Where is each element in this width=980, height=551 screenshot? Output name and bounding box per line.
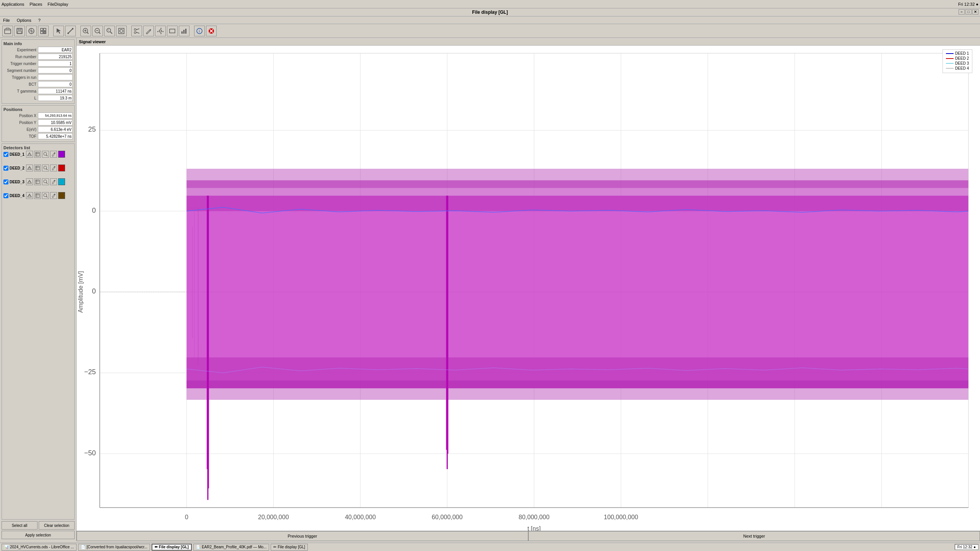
close-button[interactable]: ✕ bbox=[972, 9, 978, 15]
svg-point-63 bbox=[44, 194, 47, 197]
deed4-checkbox[interactable] bbox=[3, 193, 8, 198]
taskbar-btn-5[interactable]: ✏ File display [GL] bbox=[271, 544, 308, 551]
stop-button[interactable] bbox=[206, 26, 217, 36]
deed2-zoom-btn[interactable] bbox=[42, 165, 49, 171]
settings-button[interactable] bbox=[155, 26, 166, 36]
positions-title: Positions bbox=[3, 107, 73, 112]
menu-options[interactable]: Options bbox=[15, 18, 33, 23]
system-clock-area: Fri 12:32 ● bbox=[958, 2, 978, 7]
maximize-button[interactable]: □ bbox=[965, 9, 972, 15]
deed4-zoom-btn[interactable] bbox=[42, 192, 49, 199]
segment-number-value: 0 bbox=[38, 67, 73, 73]
deed1-zoom-btn[interactable] bbox=[42, 151, 49, 158]
svg-text:−25: −25 bbox=[84, 368, 96, 376]
deed2-settings-btn[interactable] bbox=[26, 165, 33, 171]
menu-help[interactable]: ? bbox=[37, 18, 42, 23]
deed2-pen-btn[interactable] bbox=[50, 165, 57, 171]
menu-file[interactable]: File bbox=[2, 18, 11, 23]
deed4-settings-btn[interactable] bbox=[26, 192, 33, 199]
clear-selection-button[interactable]: Clear selection bbox=[39, 521, 75, 530]
zoom-reset-button[interactable] bbox=[116, 26, 127, 36]
main-info-box: Main info Experiment EAR2 Run number 219… bbox=[2, 39, 75, 104]
deed1-checkbox[interactable] bbox=[3, 152, 8, 157]
position-y-label: Position Y bbox=[3, 121, 38, 125]
save-button[interactable] bbox=[14, 26, 25, 36]
prev-trigger-button[interactable]: Previous trigger bbox=[77, 531, 528, 541]
svg-rect-2 bbox=[18, 28, 21, 30]
taskbar-btn-1[interactable]: 📊 2024_HVCurrents.ods - LibreOffice ... bbox=[2, 544, 77, 551]
svg-line-46 bbox=[46, 155, 47, 156]
deed3-pen-btn[interactable] bbox=[50, 178, 57, 185]
apply-selection-button[interactable]: Apply selection bbox=[2, 531, 75, 539]
svg-rect-48 bbox=[36, 166, 39, 170]
deed1-pen-btn[interactable] bbox=[50, 151, 57, 158]
deed2-legend-label: DEED 2 bbox=[955, 56, 969, 60]
deed1-edit-btn[interactable] bbox=[34, 151, 41, 158]
taskbar-btn-2[interactable]: 📄 [Converted from /qualiacspool/wcr... bbox=[78, 544, 150, 551]
deed3-zoom-btn[interactable] bbox=[42, 178, 49, 185]
places-menu[interactable]: Places bbox=[29, 2, 42, 7]
filter-button[interactable] bbox=[26, 26, 37, 36]
deed3-edit-btn[interactable] bbox=[34, 178, 41, 185]
svg-rect-11 bbox=[44, 31, 46, 34]
legend-deed3: DEED 3 bbox=[946, 61, 969, 65]
zoom-custom-button[interactable]: ? bbox=[104, 26, 115, 36]
deed2-checkbox[interactable] bbox=[3, 166, 8, 171]
taskbar-btn-3[interactable]: ✏ File display [GL] bbox=[152, 544, 192, 551]
bottom-buttons: Select all Clear selection Apply selecti… bbox=[2, 521, 75, 539]
deed1-settings-btn[interactable] bbox=[26, 151, 33, 158]
svg-point-26 bbox=[120, 29, 123, 33]
legend-deed1: DEED 1 bbox=[946, 51, 969, 55]
svg-rect-99 bbox=[186, 169, 968, 188]
tof-row: TOF 5.42828e+7 ns bbox=[3, 133, 73, 139]
svg-line-16 bbox=[87, 32, 89, 34]
segment-number-row: Segment number 0 bbox=[3, 67, 73, 73]
taskbar-label-4: EAR2_Beam_Profile_40K.pdf — Mo... bbox=[202, 545, 267, 549]
svg-rect-34 bbox=[183, 30, 185, 34]
triggers-in-run-label: Triggers in run bbox=[3, 75, 38, 80]
deed1-legend-label: DEED 1 bbox=[955, 51, 969, 55]
svg-rect-3 bbox=[18, 31, 21, 33]
histogram-button[interactable] bbox=[179, 26, 189, 36]
experiment-row: Experiment EAR2 bbox=[3, 47, 73, 53]
deed2-edit-btn[interactable] bbox=[34, 165, 41, 171]
open-file-button[interactable] bbox=[2, 26, 13, 36]
system-clock: Fri 12:32 ● bbox=[958, 2, 978, 7]
select-all-button[interactable]: Select all bbox=[2, 521, 38, 530]
scissors-button[interactable] bbox=[131, 26, 142, 36]
deed4-color[interactable] bbox=[58, 192, 65, 199]
filedisplay-menu[interactable]: FileDisplay bbox=[47, 2, 68, 7]
deed4-edit-btn[interactable] bbox=[34, 192, 41, 199]
l-label: L bbox=[3, 96, 38, 100]
cursor-button[interactable] bbox=[53, 26, 64, 36]
svg-text:0: 0 bbox=[92, 287, 96, 295]
deed3-color[interactable] bbox=[58, 178, 65, 185]
signal-chart[interactable]: 25 0 0 −25 −50 Amplitude [mV] 0 20,000,0… bbox=[77, 46, 980, 531]
deed3-checkbox[interactable] bbox=[3, 179, 8, 184]
grid-button[interactable] bbox=[38, 26, 49, 36]
zoom-out-button[interactable] bbox=[92, 26, 103, 36]
chart-area[interactable]: DEED 1 DEED 2 DEED 3 DEED 4 bbox=[77, 46, 980, 531]
svg-text:−50: −50 bbox=[84, 449, 96, 457]
rectangle-button[interactable] bbox=[167, 26, 178, 36]
nav-buttons: Previous trigger Next trigger bbox=[77, 531, 980, 541]
next-trigger-button[interactable]: Next trigger bbox=[528, 531, 980, 541]
minimize-button[interactable]: − bbox=[959, 9, 965, 15]
taskbar-label-2: [Converted from /qualiacspool/wcr... bbox=[87, 545, 147, 549]
info-button[interactable]: i bbox=[194, 26, 205, 36]
taskbar-label-5: File display [GL] bbox=[278, 545, 305, 549]
positions-box: Positions Position X 54,293,913.64 ns Po… bbox=[2, 105, 75, 142]
title-bar: File display [GL] − □ ✕ bbox=[0, 8, 980, 16]
deed1-color[interactable] bbox=[58, 151, 65, 158]
pencil-button[interactable] bbox=[143, 26, 154, 36]
draw-line-button[interactable] bbox=[65, 26, 76, 36]
legend-deed4: DEED 4 bbox=[946, 66, 969, 70]
deed2-color[interactable] bbox=[58, 165, 65, 171]
svg-text:40,000,000: 40,000,000 bbox=[345, 514, 376, 520]
taskbar-btn-4[interactable]: 📑 EAR2_Beam_Profile_40K.pdf — Mo... bbox=[193, 544, 270, 551]
deed3-settings-btn[interactable] bbox=[26, 178, 33, 185]
detector-deed3-item: DEED_3 bbox=[3, 178, 73, 185]
applications-menu[interactable]: Applications bbox=[2, 2, 24, 7]
zoom-in-button[interactable] bbox=[80, 26, 91, 36]
deed4-pen-btn[interactable] bbox=[50, 192, 57, 199]
